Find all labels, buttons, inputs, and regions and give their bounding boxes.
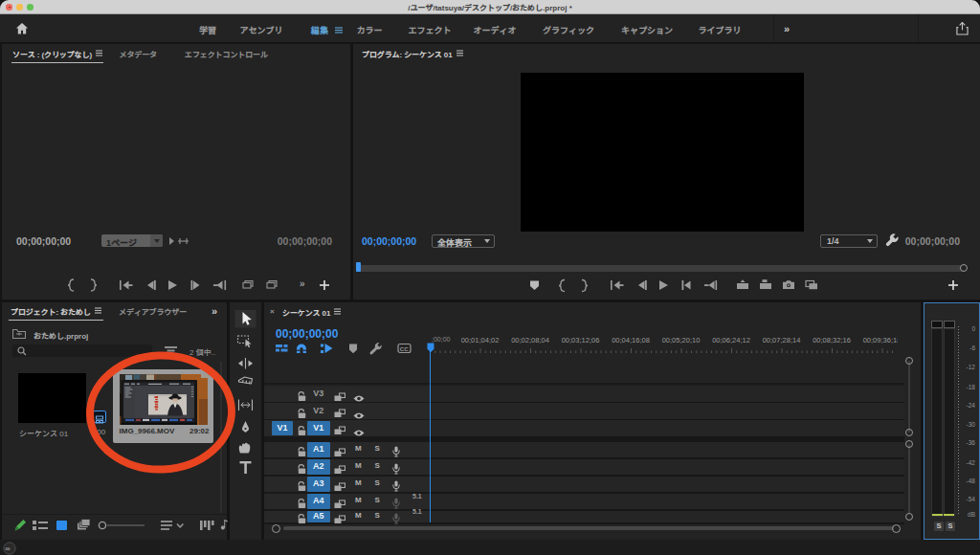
svg-text:CC: CC bbox=[400, 346, 409, 352]
svg-text:∞: ∞ bbox=[5, 544, 10, 553]
svg-text:»: » bbox=[300, 278, 305, 289]
